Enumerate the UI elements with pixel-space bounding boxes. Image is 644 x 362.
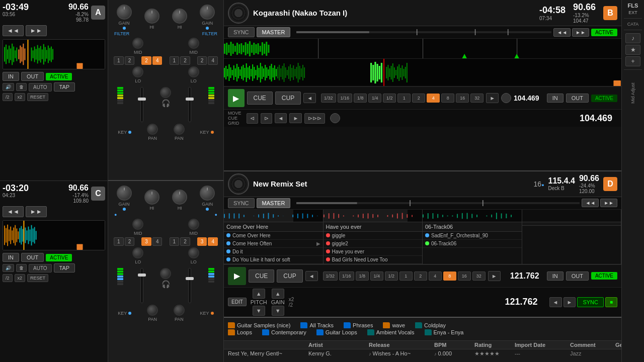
play-a-btn[interactable]: ▶ [228, 89, 245, 107]
folder-item-Coldplay[interactable]: Coldplay [415, 322, 446, 328]
ch-btn-6[interactable]: 2 [180, 56, 190, 65]
cup-a-btn[interactable]: CUP [275, 92, 301, 105]
beat-btn-b-2[interactable]: 2 [414, 272, 427, 281]
deck-c-tap-btn[interactable]: TAP [54, 263, 75, 273]
beat-btn-a-1/32[interactable]: 1/32 [321, 94, 336, 103]
headphone-knob[interactable] [160, 87, 171, 98]
ch-btn-2[interactable]: 2 [125, 56, 135, 65]
mid-d-knob[interactable] [188, 219, 199, 230]
deck-a-x2-btn[interactable]: x2 [15, 93, 26, 101]
gain-a-knob[interactable] [117, 5, 132, 20]
deck-c-auto-btn[interactable]: AUTO [29, 264, 52, 273]
deck-a-active-status[interactable]: ACTIVE [46, 73, 72, 80]
beat-btn-a-8[interactable]: 8 [441, 94, 454, 103]
beat-prev-a[interactable]: ◄ [303, 93, 316, 103]
pan-a-knob[interactable] [147, 124, 158, 135]
lo-d-knob[interactable] [188, 247, 199, 258]
deck-c-rew-btn[interactable]: ◄◄ [3, 206, 24, 217]
deck-a-reset-btn[interactable]: RESET [27, 93, 48, 101]
cue-b-btn[interactable]: CUE [249, 269, 274, 283]
remix-item-1-2[interactable]: Have you ever [324, 248, 423, 256]
cup-b-btn[interactable]: CUP [277, 269, 302, 283]
lo-c-knob[interactable] [132, 247, 143, 258]
hi-a-knob[interactable] [144, 9, 159, 24]
ch-c-btn-4[interactable]: 4 [152, 237, 163, 246]
remix-item-1-3[interactable]: Bad Girls Need Love Too [324, 256, 423, 264]
beat-btn-b-1/8[interactable]: 1/8 [356, 272, 369, 281]
gain-up-btn[interactable]: ▲ [272, 289, 284, 299]
lo-a-knob[interactable] [132, 66, 143, 77]
track-a-rew-btn[interactable]: ◄◄ [553, 28, 571, 37]
pitch-down-btn[interactable]: ▼ [253, 306, 265, 316]
track-b-fwd-btn[interactable]: ►► [600, 199, 617, 207]
track-a-out-btn[interactable]: OUT [566, 94, 589, 103]
hi-d-knob[interactable] [172, 190, 187, 205]
beat-btn-a-2[interactable]: 2 [412, 94, 425, 103]
deck-a-beat-icon[interactable]: 🔊 [3, 83, 14, 91]
beat-btn-a-1/8[interactable]: 1/8 [354, 94, 367, 103]
headphone-bottom-knob[interactable] [160, 268, 171, 279]
master-a-btn[interactable]: MASTER [257, 27, 291, 37]
remix-item-1-0[interactable]: giggle [324, 232, 423, 240]
gain-c-knob[interactable] [117, 186, 132, 201]
track-b-active-btn[interactable]: ACTIVE [591, 272, 617, 280]
beat-btn-a-1[interactable]: 1 [397, 94, 411, 103]
sync-next-b[interactable]: ► [564, 297, 576, 307]
move-fast-btn[interactable]: ⊳⊳⊳ [304, 113, 325, 124]
right-note-icon-btn[interactable]: ♪ [625, 33, 640, 43]
right-plus-icon-btn[interactable]: + [625, 56, 640, 66]
folder-item-Guitar-Loops[interactable]: Guitar Loops [316, 329, 357, 335]
master-b-btn[interactable]: MASTER [257, 198, 291, 208]
fader-a-handle[interactable] [138, 98, 146, 101]
deck-a-fwd-btn[interactable]: ►► [26, 25, 47, 36]
folder-item-Phrases[interactable]: Phrases [344, 322, 373, 328]
ch-d-btn-1[interactable]: 1 [170, 237, 180, 246]
deck-a-div2-btn[interactable]: /2 [3, 93, 13, 101]
folder-item-All-Tracks[interactable]: All Tracks [300, 322, 334, 328]
fader-c-handle[interactable] [138, 274, 146, 277]
sync-a-btn[interactable]: SYNC [228, 27, 255, 37]
deck-c-x2-btn[interactable]: x2 [15, 274, 26, 282]
remix-item-0-1[interactable]: Come Here Often▶ [224, 240, 323, 248]
mid-b-knob[interactable] [188, 38, 199, 49]
ch-btn-4[interactable]: 4 [152, 56, 163, 65]
beat-btn-b-16[interactable]: 16 [458, 272, 471, 281]
deck-a-out-btn[interactable]: OUT [21, 72, 44, 81]
move-back-btn[interactable]: ⊲ [247, 113, 258, 124]
deck-a-in-btn[interactable]: IN [3, 72, 19, 81]
beat-btn-b-1/4[interactable]: 1/4 [370, 272, 383, 281]
deck-c-active-status[interactable]: ACTIVE [46, 254, 72, 261]
folder-item-Ambient-Vocals[interactable]: Ambient Vocals [367, 329, 415, 335]
track-b-out-btn[interactable]: OUT [566, 272, 589, 281]
beat-btn-a-16[interactable]: 16 [456, 94, 469, 103]
pan-d-knob[interactable] [174, 305, 185, 316]
deck-a-auto-btn[interactable]: AUTO [29, 83, 52, 92]
ch-c-btn-2[interactable]: 2 [125, 237, 135, 246]
mid-a-knob[interactable] [132, 38, 143, 49]
ch-btn-5[interactable]: 1 [170, 56, 180, 65]
fader-d-handle[interactable] [186, 277, 194, 280]
gain-down-btn[interactable]: ▼ [272, 306, 284, 316]
library-data-row[interactable]: Rest Ye, Merry Gentl~ Kenny G. ♪ Wishes … [224, 349, 621, 358]
beat-btn-a-1/16[interactable]: 1/16 [338, 94, 353, 103]
beat-next-b[interactable]: ► [488, 271, 501, 281]
track-b-rew-btn[interactable]: ◄◄ [582, 199, 599, 207]
deck-a-trash-icon[interactable]: 🗑 [16, 83, 27, 91]
track-a-in-btn[interactable]: IN [547, 94, 564, 103]
track-b-in-btn[interactable]: IN [547, 272, 564, 281]
track-a-active-btn[interactable]: ACTIVE [591, 95, 617, 102]
deck-c-out-btn[interactable]: OUT [21, 253, 44, 262]
pan-c-knob[interactable] [147, 305, 158, 316]
move-fwd-btn[interactable]: ⊳ [261, 113, 272, 124]
ch-d-btn-2[interactable]: 2 [180, 237, 190, 246]
beat-btn-a-4[interactable]: 4 [427, 94, 440, 103]
sync-prev-b[interactable]: ◄ [549, 297, 562, 307]
beat-btn-b-1/2[interactable]: 1/2 [385, 272, 398, 281]
pitch-up-btn[interactable]: ▲ [253, 289, 265, 299]
ch-d-btn-4[interactable]: 4 [208, 237, 218, 246]
hi-b-knob[interactable] [172, 9, 187, 24]
remix-item-1-1[interactable]: giggle2 [324, 240, 423, 248]
deck-a-tap-btn[interactable]: TAP [54, 82, 75, 92]
beat-btn-b-4[interactable]: 4 [429, 272, 442, 281]
sync-active-btn[interactable]: ■ [605, 297, 617, 307]
